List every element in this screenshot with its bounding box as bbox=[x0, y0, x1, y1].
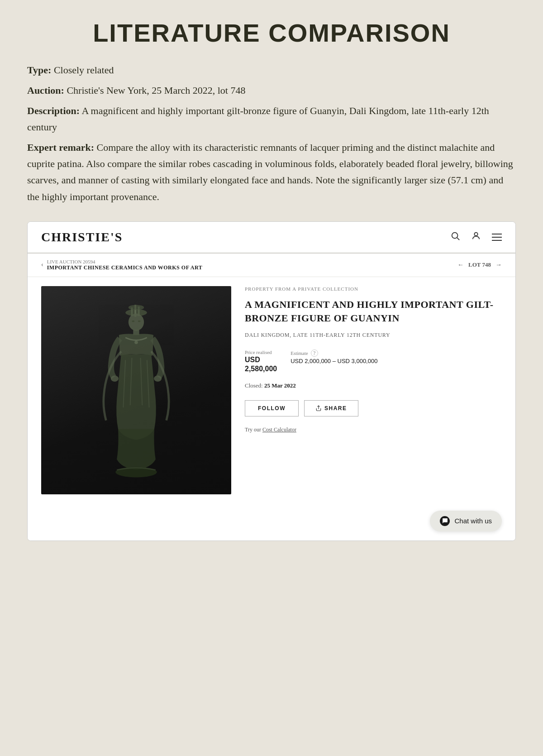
chat-label: Chat with us bbox=[454, 517, 492, 525]
price-section: Price realised USD 2,580,000 Estimate ? … bbox=[245, 349, 502, 373]
auction-number: LIVE AUCTION 20594 bbox=[47, 259, 203, 264]
svg-point-12 bbox=[134, 340, 138, 344]
header-icons bbox=[450, 231, 502, 243]
lot-prev-arrow[interactable]: ← bbox=[457, 261, 464, 268]
svg-point-0 bbox=[452, 233, 458, 239]
lot-details: PROPERTY FROM A PRIVATE COLLECTION A MAG… bbox=[245, 286, 502, 494]
lot-content: PROPERTY FROM A PRIVATE COLLECTION A MAG… bbox=[28, 277, 515, 503]
type-line: Type: Closely related bbox=[27, 62, 516, 78]
lot-image bbox=[41, 286, 231, 494]
svg-point-7 bbox=[129, 305, 144, 310]
action-buttons: FOLLOW SHARE bbox=[245, 400, 502, 416]
share-button[interactable]: SHARE bbox=[304, 400, 358, 416]
description-line: Description: A magnificent and highly im… bbox=[27, 103, 516, 134]
lot-number: LOT 748 bbox=[468, 261, 491, 268]
user-icon[interactable] bbox=[471, 231, 481, 243]
svg-point-2 bbox=[474, 233, 477, 236]
svg-line-1 bbox=[457, 238, 459, 240]
chat-widget-container: Chat with us bbox=[28, 503, 515, 541]
lot-nav: ← LOT 748 → bbox=[457, 261, 502, 268]
christies-logo: CHRISTIE'S bbox=[41, 230, 123, 244]
cost-calc-prefix: Try our bbox=[245, 426, 261, 433]
auction-value: Christie's New York, 25 March 2022, lot … bbox=[67, 85, 245, 96]
svg-point-10 bbox=[138, 321, 141, 322]
cost-calculator-link[interactable]: Cost Calculator bbox=[262, 426, 296, 433]
price-realised-block: Price realised USD 2,580,000 bbox=[245, 349, 277, 373]
svg-point-8 bbox=[129, 313, 144, 330]
chat-icon bbox=[442, 518, 448, 524]
chat-with-us-button[interactable]: Chat with us bbox=[430, 511, 502, 531]
christies-browser-frame: CHRISTIE'S ‹ bbox=[27, 221, 516, 541]
share-icon bbox=[315, 405, 322, 411]
closed-label: Closed: bbox=[245, 382, 263, 389]
estimate-label: Estimate bbox=[291, 350, 308, 356]
lot-next-arrow[interactable]: → bbox=[495, 261, 502, 268]
type-value: Closely related bbox=[54, 64, 114, 76]
description-value: A magnificent and highly important gilt-… bbox=[27, 105, 489, 132]
auction-line: Auction: Christie's New York, 25 March 2… bbox=[27, 82, 516, 98]
lot-title: A MAGNIFICENT AND HIGHLY IMPORTANT GILT-… bbox=[245, 298, 502, 325]
price-realised-label: Price realised bbox=[245, 349, 277, 355]
svg-point-14 bbox=[154, 376, 162, 382]
type-label: Type: bbox=[27, 64, 51, 76]
svg-point-13 bbox=[111, 376, 119, 382]
search-icon[interactable] bbox=[450, 231, 460, 243]
auction-back[interactable]: ‹ LIVE AUCTION 20594 IMPORTANT CHINESE C… bbox=[41, 259, 202, 271]
follow-button[interactable]: FOLLOW bbox=[245, 400, 299, 416]
estimate-block: Estimate ? USD 2,000,000 – USD 3,000,000 bbox=[291, 349, 377, 373]
lot-subtitle: DALI KINGDOM, LATE 11TH-EARLY 12TH CENTU… bbox=[245, 332, 502, 339]
closed-date: Closed: 25 Mar 2022 bbox=[245, 382, 502, 389]
back-arrow-icon: ‹ bbox=[41, 261, 43, 268]
auction-title: IMPORTANT CHINESE CERAMICS AND WORKS OF … bbox=[47, 264, 203, 271]
svg-point-9 bbox=[132, 321, 134, 322]
lot-image-placeholder bbox=[41, 286, 231, 494]
auction-label: Auction: bbox=[27, 85, 64, 96]
description-label: Description: bbox=[27, 105, 80, 116]
chat-bubble-icon bbox=[440, 516, 450, 526]
expert-remark-label: Expert remark: bbox=[27, 142, 94, 153]
christies-header: CHRISTIE'S bbox=[28, 222, 515, 253]
page-title: LITERATURE COMPARISON bbox=[27, 18, 516, 48]
auction-nav: ‹ LIVE AUCTION 20594 IMPORTANT CHINESE C… bbox=[28, 254, 515, 277]
closed-date-value: 25 Mar 2022 bbox=[264, 382, 296, 389]
cost-calculator: Try our Cost Calculator bbox=[245, 426, 502, 433]
hamburger-menu-icon[interactable] bbox=[492, 234, 502, 241]
expert-remark-value: Compare the alloy with its characteristi… bbox=[27, 142, 513, 202]
estimate-info-icon[interactable]: ? bbox=[311, 349, 318, 357]
share-label: SHARE bbox=[324, 405, 347, 411]
estimate-value: USD 2,000,000 – USD 3,000,000 bbox=[291, 358, 377, 364]
price-realised-currency: USD bbox=[245, 356, 277, 364]
property-from: PROPERTY FROM A PRIVATE COLLECTION bbox=[245, 286, 502, 292]
price-realised-value: 2,580,000 bbox=[245, 365, 277, 373]
expert-remark-block: Expert remark: Compare the alloy with it… bbox=[27, 139, 516, 205]
